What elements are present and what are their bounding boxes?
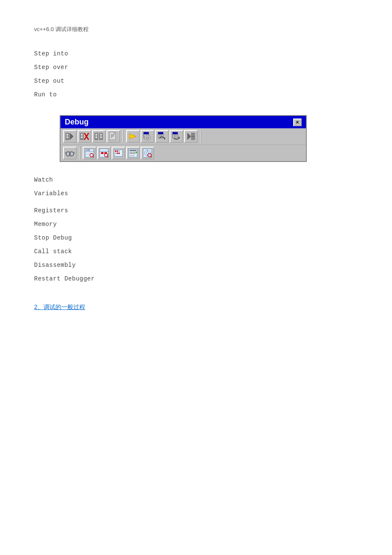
svg-rect-5 bbox=[81, 134, 83, 136]
svg-text:{}: {} bbox=[173, 134, 176, 137]
svg-marker-20 bbox=[130, 134, 136, 139]
section-link[interactable]: 2、调试的一般过程 bbox=[34, 304, 85, 310]
toolbar-doc-btn[interactable] bbox=[107, 130, 120, 143]
toolbar-watch-btn[interactable] bbox=[63, 147, 77, 159]
svg-rect-66 bbox=[130, 155, 135, 156]
toolbar-row-2: VAR bbox=[61, 145, 306, 161]
svg-text:{}: {} bbox=[159, 134, 162, 137]
svg-marker-33 bbox=[187, 133, 191, 140]
svg-rect-13 bbox=[100, 134, 102, 136]
svg-rect-14 bbox=[100, 136, 102, 138]
svg-rect-58 bbox=[117, 150, 118, 152]
toolbar-step-out-btn[interactable]: {} bbox=[170, 130, 183, 143]
toolbar-break-btn[interactable] bbox=[92, 130, 106, 143]
svg-rect-60 bbox=[115, 153, 116, 154]
svg-rect-1 bbox=[66, 134, 68, 136]
svg-rect-11 bbox=[95, 136, 97, 138]
stop-debug-label: Stop Debug bbox=[34, 234, 358, 241]
svg-line-38 bbox=[65, 152, 66, 154]
svg-marker-27 bbox=[164, 137, 165, 140]
svg-rect-57 bbox=[115, 150, 116, 152]
debug-close-button[interactable]: × bbox=[293, 119, 302, 126]
toolbar-restart-btn[interactable] bbox=[63, 130, 77, 143]
svg-point-42 bbox=[71, 153, 72, 155]
debug-titlebar: Debug × bbox=[61, 116, 306, 128]
toolbar-sep-2 bbox=[200, 130, 201, 143]
registers-label: Registers bbox=[34, 207, 358, 214]
toolbar-variables-btn[interactable]: VAR bbox=[83, 147, 96, 159]
page-title: vc++6.0 调试详细教程 bbox=[34, 26, 358, 33]
debug-toolbar: Debug × bbox=[60, 115, 307, 162]
svg-text:{}: {} bbox=[146, 136, 149, 139]
call-stack-label: Call stack bbox=[34, 248, 358, 255]
toolbar-sep-3 bbox=[79, 147, 80, 159]
memory-label: Memory bbox=[34, 221, 358, 228]
toolbar-run-btn[interactable] bbox=[126, 130, 140, 143]
toolbar-sep-1 bbox=[123, 130, 124, 143]
svg-rect-52 bbox=[101, 152, 104, 154]
svg-rect-61 bbox=[117, 153, 118, 154]
debug-title: Debug bbox=[65, 118, 89, 127]
svg-point-41 bbox=[67, 153, 69, 155]
svg-rect-64 bbox=[130, 150, 136, 151]
restart-debugger-label: Restart Debugger bbox=[34, 275, 358, 282]
variables-label: Variables bbox=[34, 190, 358, 197]
svg-marker-31 bbox=[178, 136, 180, 139]
svg-rect-59 bbox=[118, 150, 120, 152]
svg-rect-65 bbox=[130, 152, 135, 154]
svg-rect-62 bbox=[118, 153, 120, 154]
svg-rect-6 bbox=[81, 136, 83, 138]
svg-marker-3 bbox=[70, 133, 73, 140]
step-into-label: Step into bbox=[34, 50, 358, 57]
toolbar-step-into-btn[interactable]: {} bbox=[141, 130, 154, 143]
step-out-label: Step out bbox=[34, 78, 358, 84]
watch-label: Watch bbox=[34, 176, 358, 183]
step-over-label: Step over bbox=[34, 64, 358, 71]
toolbar-callstack-btn[interactable] bbox=[126, 147, 140, 159]
run-to-label: Run to bbox=[34, 91, 358, 98]
toolbar-memory-btn[interactable] bbox=[112, 147, 125, 159]
toolbar-registers-btn[interactable] bbox=[97, 147, 111, 159]
svg-text:VAR: VAR bbox=[86, 149, 90, 152]
svg-line-39 bbox=[74, 152, 75, 154]
svg-rect-2 bbox=[66, 136, 68, 138]
svg-rect-10 bbox=[95, 134, 97, 136]
svg-rect-22 bbox=[144, 132, 149, 134]
toolbar-step-over-btn[interactable]: {} bbox=[155, 130, 169, 143]
toolbar-stop-btn[interactable] bbox=[78, 130, 91, 143]
toolbar-run-cursor-btn[interactable] bbox=[184, 130, 198, 143]
toolbar-disassembly-btn[interactable] bbox=[141, 147, 154, 159]
disassembly-label: Disassembly bbox=[34, 262, 358, 269]
toolbar-row-1: {} {} {} bbox=[61, 128, 306, 145]
